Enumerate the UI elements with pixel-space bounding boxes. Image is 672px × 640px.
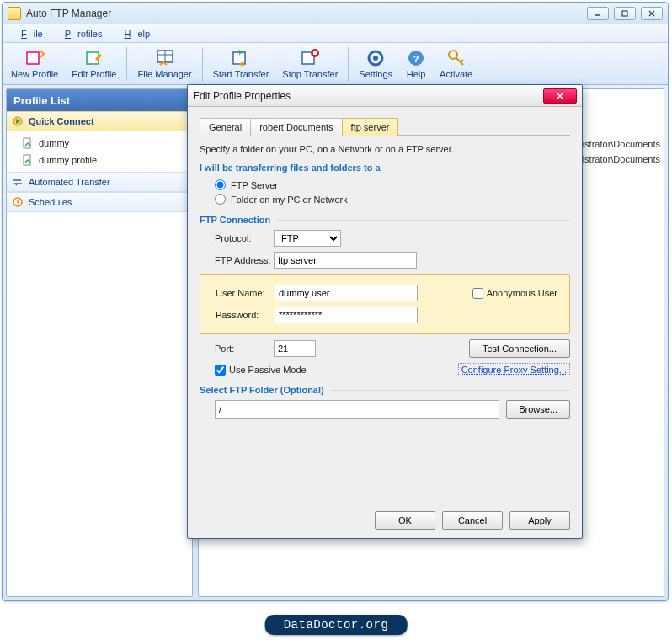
stop-transfer-button[interactable]: Stop Transfer [275,45,344,82]
toolbar-label: Activate [440,69,472,79]
test-connection-button[interactable]: Test Connection... [469,339,570,358]
browse-button[interactable]: Browse... [506,400,570,419]
stop-transfer-icon [300,48,320,68]
protocol-label: Protocol: [200,233,274,243]
help-button[interactable]: ? Help [399,45,433,82]
sidebar-header: Profile List [7,89,192,111]
dialog-tabs: General robert:Documents ftp server [200,117,570,136]
profile-item[interactable]: dummy [7,135,192,152]
tab-general[interactable]: General [200,118,251,136]
profile-item[interactable]: dummy profile [7,152,192,168]
password-label: Password: [200,310,275,320]
window-title: Auto FTP Manager [26,8,587,19]
svg-line-19 [461,60,463,62]
toolbar: New Profile Edit Profile File Manager St… [3,43,668,85]
accordion-schedules[interactable]: Schedules [7,192,192,212]
configure-proxy-link[interactable]: Configure Proxy Setting... [458,363,570,376]
username-input[interactable] [275,285,418,301]
username-label: User Name: [200,288,275,298]
menu-help[interactable]: Help [110,27,157,40]
edit-profile-button[interactable]: Edit Profile [65,45,123,82]
toolbar-separator [202,47,203,81]
accordion-label: Automated Transfer [29,177,110,187]
bg-path-text: ninistrator\Documents [570,152,664,167]
section-ftp-connection: FTP Connection [200,215,570,225]
close-icon [555,92,565,100]
toolbar-label: Edit Profile [72,69,116,79]
port-label: Port: [200,344,274,354]
clock-icon [12,196,24,208]
menu-file[interactable]: File [8,27,50,40]
sidebar: Profile List Quick Connect dummy dummy p… [6,88,193,597]
minimize-button[interactable] [587,7,609,20]
titlebar[interactable]: Auto FTP Manager [3,3,668,24]
ftp-address-input[interactable] [274,252,417,269]
toolbar-label: New Profile [11,69,58,79]
anonymous-label: Anonymous User [487,288,557,298]
menu-profiles[interactable]: Profiles [51,27,109,40]
edit-profile-dialog: Edit Profile Properties General robert:D… [187,84,583,539]
close-button[interactable] [641,7,663,20]
toolbar-separator [126,47,127,81]
profile-label: dummy profile [39,155,97,165]
profile-label: dummy [39,138,69,148]
svg-point-14 [373,56,378,61]
transfer-icon [12,176,24,188]
port-input[interactable] [274,340,316,357]
radio-label: Folder on my PC or Network [231,195,348,205]
edit-profile-icon [84,48,104,68]
ftp-folder-input[interactable] [215,400,499,419]
apply-button[interactable]: Apply [509,511,570,530]
radio-label: FTP Server [231,180,278,190]
ok-button[interactable]: OK [375,511,435,530]
passive-mode-label: Use Passive Mode [229,365,307,375]
passive-mode-checkbox[interactable] [215,365,226,376]
dialog-close-button[interactable] [543,88,577,104]
quick-connect-icon [12,115,24,127]
dialog-titlebar[interactable]: Edit Profile Properties [188,85,582,107]
file-manager-icon [155,48,175,68]
credentials-highlight: User Name: Anonymous User Password: [200,274,570,334]
anonymous-checkbox[interactable] [472,288,483,299]
dialog-title-text: Edit Profile Properties [193,90,543,102]
gear-icon [365,48,386,68]
svg-rect-4 [27,52,39,64]
key-icon [446,48,467,68]
new-profile-button[interactable]: New Profile [4,45,65,82]
maximize-button[interactable] [614,7,636,20]
activate-button[interactable]: Activate [433,45,479,82]
toolbar-label: Settings [359,69,392,79]
toolbar-separator [348,47,349,81]
radio-folder-pc[interactable] [215,194,226,205]
tab-robert-documents[interactable]: robert:Documents [250,118,342,136]
toolbar-label: Stop Transfer [282,69,338,79]
radio-ftp-server[interactable] [215,179,226,190]
address-label: FTP Address: [200,255,274,265]
file-manager-button[interactable]: File Manager [131,45,198,82]
cancel-button[interactable]: Cancel [442,511,503,530]
tab-ftp-server[interactable]: ftp server [342,118,399,136]
start-transfer-button[interactable]: Start Transfer [206,45,276,82]
accordion-label: Quick Connect [29,116,94,126]
protocol-select[interactable]: FTP [274,230,341,247]
settings-button[interactable]: Settings [352,45,399,82]
app-icon [8,7,21,20]
new-profile-icon [24,48,45,68]
accordion-automated[interactable]: Automated Transfer [7,172,192,192]
footer-badge: DataDoctor.org [265,615,408,635]
svg-rect-1 [622,11,627,16]
document-icon [22,137,34,149]
accordion-label: Schedules [29,197,72,207]
section-transfer-target: I will be transferring files and folders… [200,163,570,173]
dialog-intro-text: Specify a folder on your PC, on a Networ… [200,144,570,154]
bg-path-text: ninistrator\Documents [570,136,664,152]
toolbar-label: Start Transfer [213,69,269,79]
accordion-quick-connect[interactable]: Quick Connect [7,111,192,131]
accordion-body: dummy dummy profile [7,131,192,172]
help-icon: ? [406,48,426,68]
password-input[interactable] [275,307,418,323]
section-select-folder: Select FTP Folder (Optional) [200,385,570,395]
svg-rect-12 [313,51,317,55]
toolbar-label: File Manager [137,69,191,79]
svg-text:?: ? [413,54,419,64]
